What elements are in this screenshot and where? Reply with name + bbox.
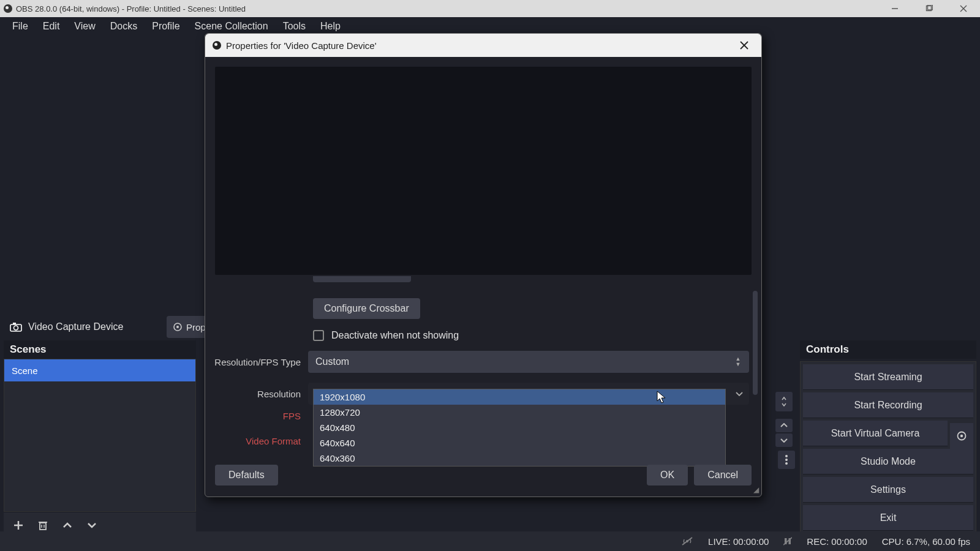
controls-header: Controls: [800, 340, 976, 359]
svg-point-9: [176, 326, 179, 328]
deactivate-label: Deactivate when not showing: [331, 330, 459, 341]
resolution-fps-type-value: Custom: [315, 356, 349, 367]
svg-point-31: [785, 462, 788, 465]
properties-label: Prop: [186, 322, 206, 332]
settings-button[interactable]: Settings: [803, 477, 973, 503]
menu-edit[interactable]: Edit: [36, 18, 67, 34]
camera-icon: [10, 322, 22, 332]
resolution-option-640x480[interactable]: 640x480: [314, 420, 725, 435]
gear-icon: [173, 322, 183, 332]
pause-icon: [783, 537, 792, 545]
scene-item[interactable]: Scene: [4, 359, 195, 381]
settings-label: Settings: [870, 484, 906, 495]
exit-label: Exit: [880, 512, 897, 523]
resolution-dropdown: 1920x1080 1280x720 640x480 640x640 640x3…: [313, 389, 726, 467]
close-button[interactable]: [951, 2, 976, 15]
status-cpu: CPU: 6.7%, 60.00 fps: [882, 536, 970, 547]
dialog-title: Properties for 'Video Capture Device': [226, 40, 377, 51]
resolution-option-640x640[interactable]: 640x640: [314, 435, 725, 451]
exit-button[interactable]: Exit: [803, 505, 973, 531]
svg-point-29: [785, 455, 788, 457]
defaults-button[interactable]: Defaults: [215, 465, 278, 485]
maximize-button[interactable]: [916, 2, 942, 15]
option-label: 640x480: [320, 422, 355, 433]
option-label: 640x360: [320, 453, 355, 463]
resolution-option-640x360[interactable]: 640x360: [314, 451, 725, 466]
virtual-camera-settings-button[interactable]: [950, 423, 973, 449]
app-icon: [213, 41, 221, 50]
ok-button[interactable]: OK: [647, 465, 688, 485]
menu-file[interactable]: File: [5, 18, 36, 34]
scenes-title: Scenes: [10, 343, 47, 356]
minimize-button[interactable]: [882, 2, 908, 15]
menu-docks[interactable]: Docks: [103, 18, 145, 34]
start-streaming-label: Start Streaming: [854, 372, 922, 383]
dialog-close-button[interactable]: [734, 38, 754, 53]
gear-icon: [956, 430, 967, 441]
menu-help[interactable]: Help: [313, 18, 348, 34]
studio-mode-button[interactable]: Studio Mode: [803, 449, 973, 474]
device-select-partial[interactable]: [313, 276, 411, 282]
status-live-time: 00:00:00: [733, 536, 769, 547]
cancel-label: Cancel: [707, 470, 738, 480]
menu-scene-collection[interactable]: Scene Collection: [187, 18, 276, 34]
ok-label: OK: [660, 470, 674, 480]
status-live-label: LIVE:: [708, 536, 731, 547]
option-label: 640x640: [320, 438, 355, 448]
status-rec: REC: 00:00:00: [807, 536, 867, 547]
transition-menu-button[interactable]: [778, 451, 795, 469]
transition-up-button[interactable]: [775, 419, 793, 432]
option-label: 1920x1080: [320, 392, 365, 402]
svg-point-6: [14, 326, 18, 330]
resolution-fps-type-select[interactable]: Custom ▲▼: [308, 351, 749, 373]
defaults-label: Defaults: [228, 470, 265, 480]
start-recording-label: Start Recording: [854, 400, 922, 411]
status-rec-label: REC:: [807, 536, 829, 547]
option-label: 1280x720: [320, 407, 360, 418]
video-format-label: Video Format: [205, 436, 308, 446]
resize-grip-icon[interactable]: ◢: [753, 485, 759, 494]
resolution-option-1280x720[interactable]: 1280x720: [314, 405, 725, 420]
start-virtual-camera-label: Start Virtual Camera: [831, 428, 920, 439]
controls-title: Controls: [806, 343, 849, 356]
status-live: LIVE: 00:00:00: [708, 536, 769, 547]
window-title: OBS 28.0.0 (64-bit, windows) - Profile: …: [16, 4, 246, 13]
scene-item-label: Scene: [12, 365, 38, 376]
checkbox-icon[interactable]: [313, 330, 324, 341]
fps-label: FPS: [205, 411, 308, 421]
chevron-down-icon: [736, 391, 743, 396]
properties-dialog: Properties for 'Video Capture Device' Co…: [205, 33, 762, 497]
resolution-option-1920x1080[interactable]: 1920x1080: [314, 389, 725, 405]
start-virtual-camera-button[interactable]: Start Virtual Camera: [803, 421, 948, 446]
start-recording-button[interactable]: Start Recording: [803, 392, 973, 418]
resolution-fps-type-label: Resolution/FPS Type: [205, 357, 308, 367]
app-icon: [4, 4, 12, 13]
configure-crossbar-button[interactable]: Configure Crossbar: [313, 298, 420, 319]
spinner-icon[interactable]: ▲▼: [729, 353, 747, 371]
studio-mode-label: Studio Mode: [861, 456, 916, 467]
resolution-label: Resolution: [205, 389, 308, 399]
svg-rect-7: [13, 323, 16, 324]
svg-rect-12: [40, 523, 46, 530]
menu-profile[interactable]: Profile: [145, 18, 187, 34]
menu-tools[interactable]: Tools: [276, 18, 313, 34]
deactivate-checkbox-row[interactable]: Deactivate when not showing: [313, 330, 761, 341]
scenes-header: Scenes: [4, 340, 196, 359]
start-streaming-button[interactable]: Start Streaming: [803, 364, 973, 390]
cancel-button[interactable]: Cancel: [694, 465, 752, 485]
scenes-list: Scene: [4, 359, 196, 512]
dialog-scrollbar[interactable]: [753, 291, 758, 395]
menu-view[interactable]: View: [67, 18, 102, 34]
svg-point-30: [785, 459, 788, 461]
window-titlebar: OBS 28.0.0 (64-bit, windows) - Profile: …: [0, 0, 980, 17]
source-label: Video Capture Device: [28, 321, 123, 332]
transition-down-button[interactable]: [775, 433, 793, 447]
dialog-titlebar[interactable]: Properties for 'Video Capture Device': [205, 34, 761, 57]
svg-point-28: [960, 435, 963, 437]
status-rec-time: 00:00:00: [831, 536, 867, 547]
transition-spinner[interactable]: [775, 392, 793, 411]
statusbar: LIVE: 00:00:00 REC: 00:00:00 CPU: 6.7%, …: [0, 531, 980, 551]
video-preview: [215, 67, 752, 275]
configure-crossbar-label: Configure Crossbar: [324, 303, 409, 313]
network-icon: [681, 536, 693, 546]
